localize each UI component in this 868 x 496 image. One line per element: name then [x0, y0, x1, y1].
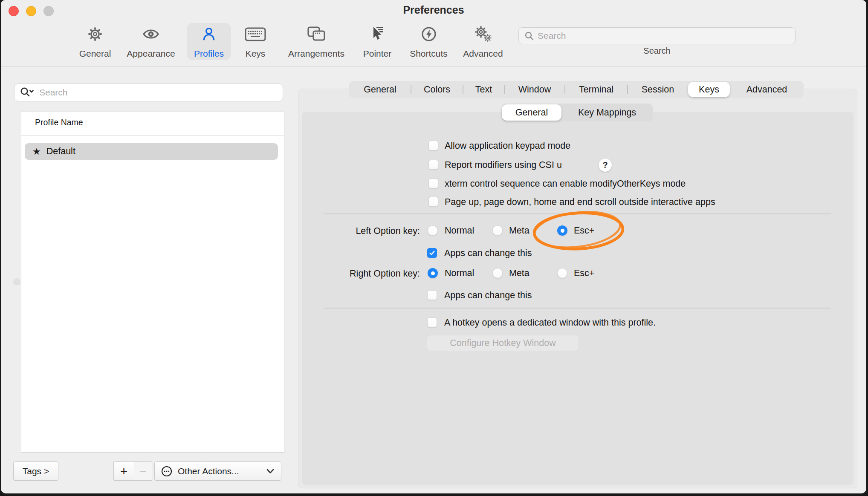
- preferences-window: Preferences General Appearance Profiles: [1, 0, 866, 493]
- profile-search: [14, 84, 283, 101]
- left-option-normal-label: Normal: [445, 225, 474, 236]
- toolbar-search-caption: Search: [518, 46, 796, 56]
- left-option-label: Left Option key:: [274, 225, 420, 236]
- toolbar-item-keys[interactable]: Keys: [240, 25, 270, 59]
- right-apps-change-checkbox[interactable]: [427, 290, 437, 300]
- toolbar-divider: [1, 66, 866, 67]
- right-option-normal-radio[interactable]: [428, 268, 438, 278]
- search-icon: [524, 31, 534, 41]
- other-actions-label: Other Actions...: [178, 466, 239, 476]
- profile-row-default[interactable]: ★ Default: [25, 143, 278, 160]
- toolbar-item-arrangements[interactable]: Arrangements: [280, 25, 353, 59]
- bolt-icon: [420, 25, 438, 43]
- separator: [324, 308, 831, 309]
- gear-icon: [86, 25, 104, 43]
- toolbar-search-input[interactable]: [518, 27, 796, 44]
- right-option-esc-radio[interactable]: [557, 268, 567, 278]
- tab-general[interactable]: General: [349, 81, 411, 98]
- checkbox-page-scroll[interactable]: [428, 197, 438, 207]
- keys-general-pane: [302, 112, 854, 485]
- left-apps-change-checkbox[interactable]: [427, 248, 437, 258]
- subtab-general[interactable]: General: [502, 104, 561, 121]
- right-option-meta-label: Meta: [509, 268, 529, 279]
- other-actions-dropdown[interactable]: Other Actions...: [154, 461, 281, 481]
- windows-icon: [307, 25, 326, 43]
- keyboard-icon: [245, 25, 266, 43]
- star-icon: ★: [32, 146, 41, 157]
- tab-advanced[interactable]: Advanced: [730, 81, 804, 98]
- keys-subtabbar: General Key Mappings: [502, 104, 653, 121]
- subtab-key-mappings[interactable]: Key Mappings: [561, 104, 653, 121]
- tags-button[interactable]: Tags >: [13, 461, 58, 481]
- profile-list-header: Profile Name: [35, 118, 83, 127]
- remove-profile-button[interactable]: −: [134, 462, 152, 480]
- right-option-label: Right Option key:: [274, 268, 420, 279]
- add-profile-button[interactable]: +: [114, 462, 134, 480]
- ellipsis-circle-icon: [161, 465, 173, 477]
- left-apps-change-label: Apps can change this: [444, 248, 532, 259]
- checkbox-csi-u[interactable]: [428, 160, 438, 170]
- toolbar-item-pointer[interactable]: Pointer: [356, 25, 399, 59]
- profile-search-input[interactable]: [14, 84, 283, 101]
- tab-text[interactable]: Text: [463, 81, 504, 98]
- label-keypad-mode: Allow application keypad mode: [445, 140, 570, 151]
- label-modify-other-keys: xterm control sequence can enable modify…: [445, 178, 686, 189]
- screen: Preferences General Appearance Profiles: [0, 0, 868, 496]
- right-option-meta-radio[interactable]: [492, 268, 503, 278]
- person-icon: [200, 25, 218, 43]
- cursor-icon: [368, 25, 387, 43]
- tab-window[interactable]: Window: [504, 81, 565, 98]
- eye-icon: [142, 25, 160, 43]
- list-header-divider: [21, 135, 284, 136]
- separator: [324, 213, 831, 214]
- window-title: Preferences: [1, 4, 866, 16]
- configure-hotkey-button[interactable]: Configure Hotkey Window: [427, 335, 579, 351]
- left-option-esc-radio[interactable]: [557, 225, 567, 236]
- toolbar-item-appearance[interactable]: Appearance: [121, 25, 181, 59]
- toolbar-item-shortcuts[interactable]: Shortcuts: [404, 25, 453, 59]
- toolbar-search: [518, 27, 796, 44]
- tab-keys[interactable]: Keys: [688, 82, 730, 97]
- right-apps-change-label: Apps can change this: [444, 290, 532, 301]
- toolbar-item-general[interactable]: General: [74, 25, 116, 59]
- search-menu-icon[interactable]: [20, 87, 35, 98]
- tab-colors[interactable]: Colors: [411, 81, 463, 98]
- gears-icon: [473, 25, 493, 43]
- checkbox-modify-other-keys[interactable]: [428, 179, 438, 188]
- splitter-handle[interactable]: [13, 278, 20, 285]
- left-option-normal-radio[interactable]: [428, 225, 438, 236]
- chevron-down-icon: [266, 469, 274, 474]
- hotkey-window-checkbox[interactable]: [427, 317, 437, 327]
- profile-add-remove-group: + −: [113, 461, 152, 481]
- left-option-esc-label: Esc+: [574, 225, 594, 236]
- label-page-scroll: Page up, page down, home and end scroll …: [445, 196, 715, 208]
- hotkey-window-label: A hotkey opens a dedicated window with t…: [444, 317, 656, 328]
- profile-list: Profile Name ★ Default: [21, 112, 284, 453]
- toolbar-item-advanced[interactable]: Advanced: [457, 25, 509, 59]
- tab-session[interactable]: Session: [628, 81, 688, 98]
- help-button[interactable]: ?: [599, 159, 612, 172]
- label-csi-u: Report modifiers using CSI u: [445, 159, 562, 170]
- checkmark-icon: [428, 249, 436, 257]
- right-option-normal-label: Normal: [445, 268, 474, 279]
- tab-terminal[interactable]: Terminal: [565, 81, 628, 98]
- left-option-meta-radio[interactable]: [492, 225, 503, 236]
- profile-name: Default: [46, 146, 75, 157]
- checkbox-keypad-mode[interactable]: [428, 141, 438, 150]
- toolbar-item-profiles[interactable]: Profiles: [191, 25, 226, 59]
- right-option-esc-label: Esc+: [574, 268, 594, 279]
- profile-tabbar: General Colors Text Window Terminal Sess…: [349, 81, 804, 98]
- left-option-meta-label: Meta: [509, 225, 529, 236]
